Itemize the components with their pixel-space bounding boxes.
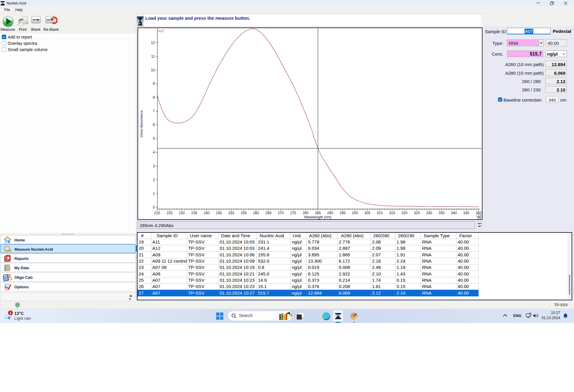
svg-text:325: 325 <box>414 211 420 215</box>
svg-text:250: 250 <box>228 211 234 215</box>
svg-text:305: 305 <box>364 211 370 215</box>
svg-text:310: 310 <box>377 211 383 215</box>
svg-text:7: 7 <box>153 109 155 113</box>
svg-text:285: 285 <box>315 211 321 215</box>
svg-text:300: 300 <box>352 211 358 215</box>
svg-text:255: 255 <box>241 211 247 215</box>
svg-text:4: 4 <box>153 150 155 154</box>
svg-text:11: 11 <box>151 54 155 59</box>
svg-text:3: 3 <box>153 164 155 168</box>
svg-text:315: 315 <box>389 211 395 215</box>
svg-text:345: 345 <box>463 211 469 215</box>
svg-text:260: 260 <box>253 211 259 215</box>
svg-text:9: 9 <box>153 82 155 86</box>
svg-text:275: 275 <box>290 211 296 215</box>
svg-text:235: 235 <box>191 211 197 215</box>
svg-text:320: 320 <box>402 211 407 215</box>
svg-text:12: 12 <box>151 41 155 45</box>
svg-text:225: 225 <box>167 211 172 215</box>
svg-text:240: 240 <box>204 211 210 215</box>
svg-text:290: 290 <box>327 211 333 215</box>
svg-text:10mm Absorbance: 10mm Absorbance <box>140 110 143 138</box>
svg-text:0: 0 <box>153 205 155 209</box>
svg-text:A07: A07 <box>158 29 165 33</box>
svg-text:5: 5 <box>153 137 155 141</box>
svg-text:6: 6 <box>153 123 155 127</box>
svg-text:2: 2 <box>153 178 155 182</box>
svg-text:340: 340 <box>451 211 457 215</box>
svg-text:270: 270 <box>278 211 284 215</box>
svg-text:265: 265 <box>265 211 271 215</box>
svg-text:245: 245 <box>216 211 222 215</box>
svg-text:335: 335 <box>439 211 445 215</box>
svg-text:Wavelength (nm): Wavelength (nm) <box>304 215 332 219</box>
svg-text:295: 295 <box>340 211 346 215</box>
svg-text:280: 280 <box>303 211 309 215</box>
svg-text:1: 1 <box>153 192 155 196</box>
svg-text:8: 8 <box>153 95 155 99</box>
svg-text:220: 220 <box>154 211 160 215</box>
svg-text:330: 330 <box>426 211 432 215</box>
svg-text:10: 10 <box>151 68 155 72</box>
svg-text:230: 230 <box>179 211 185 215</box>
